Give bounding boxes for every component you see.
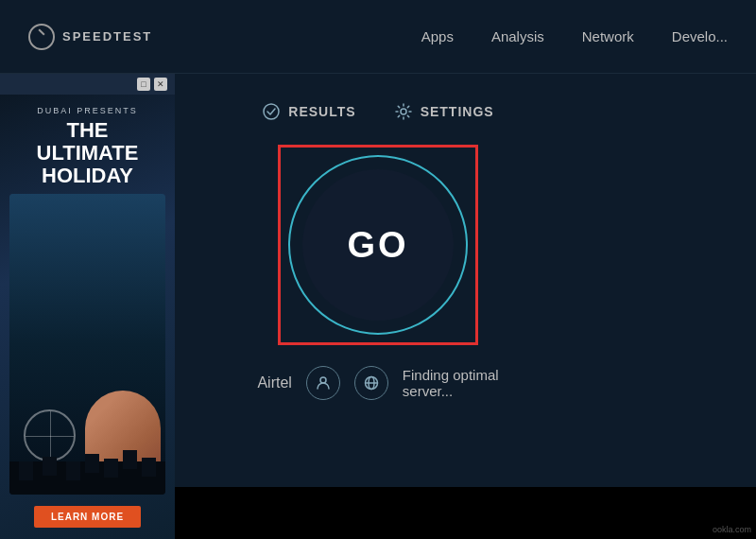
results-label: RESULTS bbox=[288, 104, 355, 119]
header: SPEEDTEST Apps Analysis Network Develo..… bbox=[0, 0, 756, 74]
bottom-status-row: Airtel Finding optimal server... bbox=[257, 366, 498, 400]
nav-item-analysis[interactable]: Analysis bbox=[491, 28, 544, 44]
finding-server-text2: server... bbox=[403, 383, 453, 399]
settings-label: SETTINGS bbox=[421, 104, 494, 119]
svg-point-1 bbox=[401, 109, 406, 114]
watermark: ookla.com bbox=[713, 525, 751, 534]
results-icon bbox=[262, 102, 281, 121]
go-button[interactable]: GO bbox=[302, 169, 454, 321]
logo-area: SPEEDTEST bbox=[28, 24, 152, 50]
toolbar: RESULTS SETTINGS bbox=[262, 102, 493, 121]
provider-name: Airtel bbox=[257, 374, 291, 391]
finding-optimal-text: Finding optimal bbox=[403, 367, 499, 383]
go-wrapper: GO bbox=[278, 145, 478, 345]
logo-needle bbox=[38, 28, 44, 35]
logo-text: SPEEDTEST bbox=[62, 29, 152, 43]
finding-server-text: Finding optimal server... bbox=[403, 367, 499, 399]
nav-item-develop[interactable]: Develo... bbox=[672, 28, 728, 44]
go-circle-outer: GO bbox=[288, 155, 468, 335]
nav-links: Apps Analysis Network Develo... bbox=[421, 28, 728, 44]
settings-icon bbox=[394, 102, 413, 121]
results-button[interactable]: RESULTS bbox=[262, 102, 355, 121]
go-label: GO bbox=[347, 225, 408, 266]
nav-item-apps[interactable]: Apps bbox=[421, 28, 454, 44]
settings-button[interactable]: SETTINGS bbox=[394, 102, 494, 121]
speedtest-logo-icon bbox=[28, 24, 55, 50]
go-outline-box: GO bbox=[278, 145, 478, 345]
main-content: RESULTS SETTINGS GO Airtel bbox=[0, 74, 756, 539]
user-icon-button[interactable] bbox=[306, 366, 340, 400]
nav-item-network[interactable]: Network bbox=[582, 28, 634, 44]
globe-icon-button[interactable] bbox=[354, 366, 388, 400]
svg-point-0 bbox=[264, 104, 279, 119]
svg-point-2 bbox=[320, 377, 326, 383]
bottom-black-bar bbox=[175, 487, 756, 539]
